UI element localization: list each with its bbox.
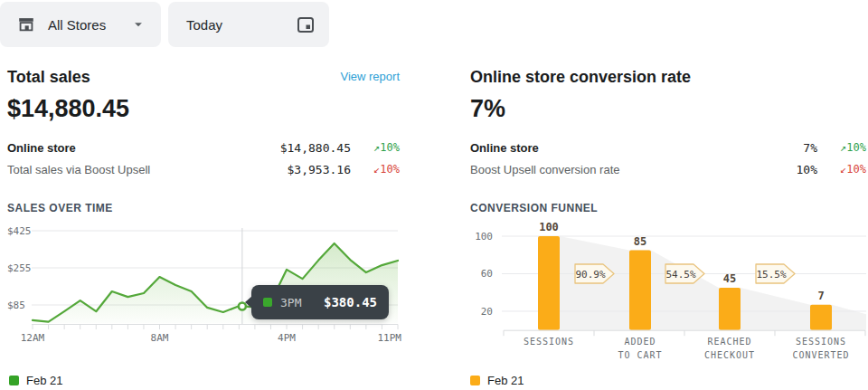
category-label: TO CART xyxy=(618,350,662,360)
y-axis-label: 100 xyxy=(475,231,493,243)
funnel-bar[interactable] xyxy=(629,251,651,330)
metric-value: 7% xyxy=(803,141,817,155)
tooltip-series-swatch xyxy=(263,298,272,307)
store-selector-label: All Stores xyxy=(48,17,106,33)
conversion-rate-panel: Online store conversion rate 7% Online s… xyxy=(470,67,866,214)
funnel-bar[interactable] xyxy=(719,288,741,330)
metric-label: Total sales via Boost Upsell xyxy=(7,163,288,176)
metric-value: $3,953.16 xyxy=(288,163,351,176)
total-sales-panel: Total sales View report $14,880.45 Onlin… xyxy=(7,67,400,214)
y-axis-label: $425 xyxy=(7,225,32,237)
date-range-label: Today xyxy=(186,17,222,33)
view-report-link[interactable]: View report xyxy=(340,67,400,87)
metric-row-boost-upsell: Total sales via Boost Upsell $3,953.16 ↙… xyxy=(7,158,400,180)
x-axis-label: 12AM xyxy=(21,332,45,344)
metric-change-badge: ↗10% xyxy=(351,141,400,154)
funnel-chart-legend: Feb 21 xyxy=(470,374,524,387)
y-axis-label: $255 xyxy=(7,262,32,274)
y-axis-label: 60 xyxy=(481,268,493,280)
funnel-bar[interactable] xyxy=(538,236,560,330)
bar-value-label: 85 xyxy=(634,235,646,248)
metric-change-value: 10% xyxy=(380,163,400,176)
dropoff-badge-label: 54.5% xyxy=(665,269,695,281)
legend-label: Feb 21 xyxy=(487,374,524,387)
x-axis-label: 11PM xyxy=(378,332,402,344)
metric-label: Online store xyxy=(470,141,803,155)
metric-change-value: 10% xyxy=(846,163,866,176)
total-sales-value: $14,880.45 xyxy=(7,95,400,123)
dropoff-badge-label: 90.9% xyxy=(575,269,605,281)
metric-row-online-store: Online store 7% ↗10% xyxy=(470,137,866,158)
sales-over-time-heading: SALES OVER TIME xyxy=(7,202,400,214)
conversion-rate-value: 7% xyxy=(470,95,866,123)
conversion-funnel-heading: CONVERSION FUNNEL xyxy=(470,202,866,214)
y-axis-label: $85 xyxy=(7,300,25,311)
funnel-chart-svg: 100602010085457SESSIONSADDEDTO CARTREACH… xyxy=(457,217,868,373)
chart-tooltip: 3PM $380.45 xyxy=(251,285,389,319)
bar-value-label: 100 xyxy=(539,221,559,233)
metric-row-boost-upsell: Boost Upsell conversion rate 10% ↙10% xyxy=(470,158,866,180)
bar-value-label: 7 xyxy=(817,290,824,302)
funnel-bar[interactable] xyxy=(810,305,832,330)
calendar-icon xyxy=(295,14,316,35)
conversion-rate-header: Online store conversion rate xyxy=(470,67,866,87)
conversion-funnel-chart[interactable]: 100602010085457SESSIONSADDEDTO CARTREACH… xyxy=(457,217,868,373)
bar-value-label: 45 xyxy=(723,272,736,285)
total-sales-metric-rows: Online store $14,880.45 ↗10% Total sales… xyxy=(7,137,400,180)
category-label: SESSIONS xyxy=(796,337,846,347)
category-label: REACHED xyxy=(707,337,751,347)
tooltip-value: $380.45 xyxy=(324,295,377,309)
x-axis-label: 8AM xyxy=(151,332,169,344)
category-label: CONVERTED xyxy=(792,350,849,360)
total-sales-title: Total sales xyxy=(7,67,90,87)
store-selector-button[interactable]: All Stores xyxy=(0,2,161,47)
category-label: ADDED xyxy=(624,337,656,347)
metric-change-value: 10% xyxy=(380,141,400,154)
metric-value: 10% xyxy=(797,163,817,176)
metric-change-badge: ↗10% xyxy=(817,141,866,154)
chevron-down-icon xyxy=(132,18,145,31)
metric-row-online-store: Online store $14,880.45 ↗10% xyxy=(7,137,400,158)
metric-change-badge: ↙10% xyxy=(817,163,866,176)
dropoff-badge-label: 15.5% xyxy=(756,269,786,281)
y-axis-label: 20 xyxy=(481,306,493,318)
conversion-rate-title: Online store conversion rate xyxy=(470,67,691,87)
category-label: CHECKOUT xyxy=(704,350,755,360)
legend-swatch-orange xyxy=(470,376,480,385)
conversion-metric-rows: Online store 7% ↗10% Boost Upsell conver… xyxy=(470,137,866,180)
total-sales-header: Total sales View report xyxy=(7,67,400,87)
metric-change-badge: ↙10% xyxy=(351,163,400,176)
x-axis-label: 4PM xyxy=(278,332,296,344)
metric-value: $14,880.45 xyxy=(280,141,351,155)
legend-swatch-green xyxy=(9,376,19,385)
metric-label: Online store xyxy=(7,141,280,155)
category-label: SESSIONS xyxy=(524,337,574,347)
date-range-button[interactable]: Today xyxy=(168,2,329,47)
sales-chart-legend: Feb 21 xyxy=(9,374,62,387)
metric-label: Boost Upsell conversion rate xyxy=(470,163,797,176)
tooltip-time: 3PM xyxy=(280,296,301,309)
metric-change-value: 10% xyxy=(846,141,866,154)
legend-label: Feb 21 xyxy=(26,374,62,387)
storefront-icon xyxy=(16,14,36,34)
